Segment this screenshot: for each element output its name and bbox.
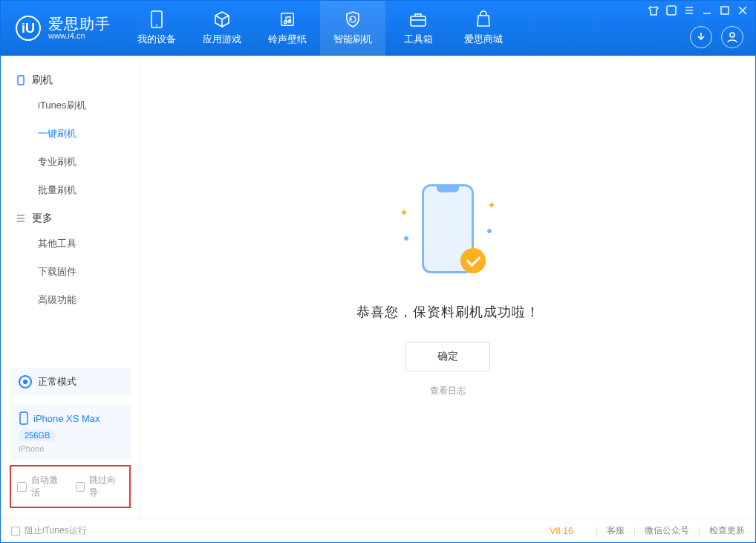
device-type: iPhone <box>19 444 122 453</box>
svg-point-4 <box>288 20 291 23</box>
checkbox-label: 跳过向导 <box>89 474 123 499</box>
device-capacity: 256GB <box>19 429 56 441</box>
sidebar-item-download-firmware[interactable]: 下载固件 <box>1 258 140 286</box>
nav-label: 应用游戏 <box>203 33 241 46</box>
svg-rect-6 <box>667 6 676 15</box>
svg-rect-5 <box>411 16 426 26</box>
device-card[interactable]: iPhone XS Max 256GB iPhone <box>10 404 131 461</box>
svg-rect-2 <box>281 13 294 26</box>
shirt-icon[interactable] <box>648 5 659 16</box>
download-button[interactable] <box>690 26 712 48</box>
app-header: iU 爱思助手 www.i4.cn 我的设备 应用游戏 铃声壁纸 智能刷机 工具… <box>1 1 755 56</box>
bag-icon <box>473 10 494 28</box>
footer-link-update[interactable]: 检查更新 <box>709 524 745 537</box>
footer-link-support[interactable]: 客服 <box>607 524 625 537</box>
checkbox-auto-activate[interactable]: 自动激活 <box>17 474 65 499</box>
svg-point-8 <box>730 33 734 37</box>
device-mode-card[interactable]: 正常模式 <box>10 368 131 396</box>
view-log-link[interactable]: 查看日志 <box>430 385 466 397</box>
menu-icon[interactable] <box>684 5 694 16</box>
dot-icon <box>404 236 408 241</box>
sidebar-item-advanced[interactable]: 高级功能 <box>1 286 140 314</box>
svg-rect-10 <box>20 412 27 424</box>
sparkle-icon: ✦ <box>487 199 496 211</box>
app-body: 刷机 iTunes刷机 一键刷机 专业刷机 批量刷机 更多 其他工具 下载固件 … <box>1 56 755 518</box>
logo-icon: iU <box>16 16 41 41</box>
check-badge-icon <box>460 248 486 273</box>
mode-dot-icon <box>19 375 32 388</box>
version-label: V8.16 <box>550 526 573 536</box>
logo-area: iU 爱思助手 www.i4.cn <box>1 1 124 56</box>
logo-text: 爱思助手 www.i4.cn <box>48 16 111 40</box>
footer-link-wechat[interactable]: 微信公众号 <box>645 524 689 537</box>
flash-options-box: 自动激活 跳过向导 <box>10 465 131 508</box>
main-panel: ✦ ✦ 恭喜您，保资料刷机成功啦！ 确定 查看日志 <box>140 56 755 518</box>
dot-icon <box>487 229 492 233</box>
device-icon <box>146 10 167 28</box>
sidebar-group-flash: 刷机 <box>1 66 140 91</box>
phone-outline-icon <box>19 412 29 425</box>
nav-label: 智能刷机 <box>333 33 372 46</box>
nav-label: 我的设备 <box>137 33 176 46</box>
checkbox-skip-guide[interactable]: 跳过向导 <box>76 474 124 499</box>
nav-flash[interactable]: 智能刷机 <box>320 1 385 56</box>
nav-toolbox[interactable]: 工具箱 <box>385 1 451 56</box>
toolbox-icon <box>408 10 428 28</box>
nav-store[interactable]: 爱思商城 <box>451 1 516 56</box>
ok-button[interactable]: 确定 <box>405 342 490 371</box>
status-bar: 阻止iTunes运行 V8.16 | 客服 | 微信公众号 | 检查更新 <box>1 518 755 542</box>
close-icon[interactable] <box>737 5 748 16</box>
checkbox-icon <box>17 482 27 492</box>
user-button[interactable] <box>721 26 743 48</box>
svg-point-3 <box>284 21 287 24</box>
checkbox-icon[interactable] <box>11 527 20 536</box>
sidebar-group-more: 更多 <box>1 204 140 230</box>
sidebar: 刷机 iTunes刷机 一键刷机 专业刷机 批量刷机 更多 其他工具 下载固件 … <box>1 56 140 518</box>
nav-label: 铃声壁纸 <box>268 33 307 46</box>
nav-apps[interactable]: 应用游戏 <box>189 1 255 56</box>
group-label: 更多 <box>32 212 53 225</box>
checkbox-icon <box>76 482 85 492</box>
svg-rect-9 <box>18 76 24 85</box>
sparkle-icon: ✦ <box>400 207 408 218</box>
window-controls <box>648 5 748 16</box>
music-icon <box>277 10 298 28</box>
device-name: iPhone XS Max <box>33 413 100 424</box>
app-site: www.i4.cn <box>48 32 111 40</box>
shield-refresh-icon <box>342 10 363 28</box>
maximize-icon[interactable] <box>720 5 730 16</box>
group-label: 刷机 <box>32 74 53 87</box>
svg-point-1 <box>156 25 157 26</box>
checkbox-label: 自动激活 <box>31 474 65 499</box>
success-illustration: ✦ ✦ <box>400 177 496 288</box>
sidebar-item-batch-flash[interactable]: 批量刷机 <box>1 176 140 204</box>
nav-ringtones[interactable]: 铃声壁纸 <box>255 1 320 56</box>
top-nav: 我的设备 应用游戏 铃声壁纸 智能刷机 工具箱 爱思商城 <box>124 1 516 56</box>
mode-label: 正常模式 <box>38 375 76 388</box>
block-itunes-label[interactable]: 阻止iTunes运行 <box>25 524 87 537</box>
sidebar-item-itunes-flash[interactable]: iTunes刷机 <box>1 91 140 120</box>
skin-icon[interactable] <box>666 5 677 16</box>
sidebar-item-other-tools[interactable]: 其他工具 <box>1 230 140 258</box>
list-icon <box>16 213 26 224</box>
svg-rect-7 <box>721 7 729 14</box>
header-action-icons <box>690 26 743 48</box>
cube-icon <box>212 10 232 28</box>
device-name-row: iPhone XS Max <box>19 412 122 425</box>
app-title: 爱思助手 <box>48 16 111 32</box>
phone-small-icon <box>16 75 26 85</box>
success-message: 恭喜您，保资料刷机成功啦！ <box>356 303 540 321</box>
nav-label: 爱思商城 <box>464 33 503 46</box>
sidebar-item-onekey-flash[interactable]: 一键刷机 <box>1 120 140 148</box>
minimize-icon[interactable] <box>702 5 712 16</box>
sidebar-item-pro-flash[interactable]: 专业刷机 <box>1 148 140 176</box>
nav-my-device[interactable]: 我的设备 <box>124 1 189 56</box>
nav-label: 工具箱 <box>404 33 433 46</box>
